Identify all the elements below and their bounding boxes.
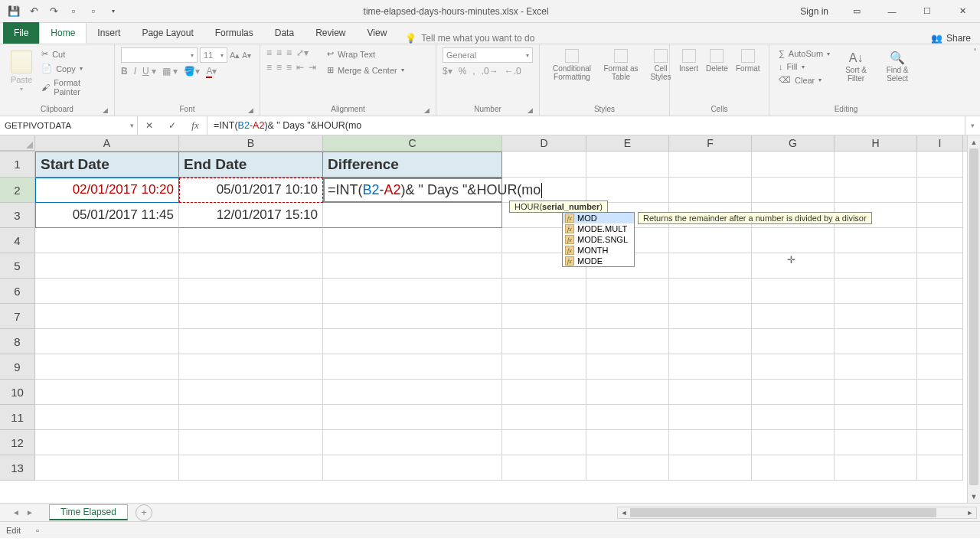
cell[interactable] xyxy=(323,329,502,354)
vertical-scrollbar[interactable]: ▲ ▼ xyxy=(967,135,980,503)
column-header-d[interactable]: D xyxy=(502,135,586,151)
cell[interactable] xyxy=(179,354,323,380)
select-all-corner[interactable] xyxy=(0,135,35,151)
cell[interactable] xyxy=(669,405,752,430)
cell[interactable] xyxy=(502,430,586,455)
shrink-font-icon[interactable]: A▾ xyxy=(242,51,251,60)
row-header-12[interactable]: 12 xyxy=(0,430,35,455)
cell[interactable] xyxy=(35,279,179,304)
cell[interactable] xyxy=(917,203,963,228)
share-button[interactable]: 👥 Share xyxy=(931,33,971,44)
find-select-button[interactable]: 🔍Find & Select xyxy=(879,47,916,86)
formula-input[interactable]: =INT(B2-A2)& " Days "&HOUR(mo xyxy=(207,116,965,135)
cell[interactable] xyxy=(35,228,179,253)
percent-format-icon[interactable]: % xyxy=(459,66,467,77)
cell[interactable] xyxy=(323,253,502,279)
increase-decimal-icon[interactable]: .0→ xyxy=(482,66,498,77)
cell[interactable] xyxy=(323,354,502,380)
clear-button[interactable]: ⌫Clear▾ xyxy=(776,73,833,86)
delete-cells-button[interactable]: Delete xyxy=(703,47,731,74)
scroll-right-icon[interactable]: ► xyxy=(964,509,976,517)
cell-a3[interactable]: 05/01/2017 11:45 xyxy=(35,203,179,228)
cell[interactable] xyxy=(35,329,179,354)
cell[interactable] xyxy=(179,228,323,253)
dialog-launcher-icon[interactable]: ◢ xyxy=(424,106,430,114)
cell[interactable] xyxy=(179,253,323,279)
column-header-f[interactable]: F xyxy=(669,135,752,151)
row-header-7[interactable]: 7 xyxy=(0,304,35,329)
row-header-2[interactable]: 2 xyxy=(0,178,35,203)
row-header-9[interactable]: 9 xyxy=(0,354,35,380)
cell[interactable] xyxy=(669,430,752,455)
dialog-launcher-icon[interactable]: ◢ xyxy=(103,106,108,114)
cell[interactable] xyxy=(502,405,586,430)
cell[interactable] xyxy=(586,354,669,380)
decrease-indent-icon[interactable]: ⇤ xyxy=(296,62,304,73)
cell[interactable] xyxy=(323,455,502,481)
cell[interactable] xyxy=(502,380,586,405)
cell[interactable] xyxy=(917,405,963,430)
column-header-h[interactable]: H xyxy=(835,135,917,151)
cell-a2[interactable]: 02/01/2017 10:20 xyxy=(35,178,179,203)
grow-font-icon[interactable]: A▴ xyxy=(230,51,240,60)
next-sheet-icon[interactable]: ► xyxy=(26,508,34,517)
ribbon-display-icon[interactable]: ▭ xyxy=(839,0,874,23)
autocomplete-item[interactable]: fxMODE.SNGL xyxy=(563,234,634,245)
cell[interactable] xyxy=(835,152,917,178)
border-button[interactable]: ▦ ▾ xyxy=(162,66,178,77)
fill-color-button[interactable]: 🪣▾ xyxy=(184,66,200,77)
cell[interactable] xyxy=(752,178,835,203)
scroll-down-icon[interactable]: ▼ xyxy=(968,490,980,503)
horizontal-scrollbar[interactable]: ◄ ► xyxy=(617,507,977,519)
cell[interactable] xyxy=(917,178,963,203)
cell[interactable] xyxy=(752,279,835,304)
cell[interactable] xyxy=(323,430,502,455)
cell[interactable] xyxy=(669,304,752,329)
dialog-launcher-icon[interactable]: ◢ xyxy=(528,106,533,114)
qat-icon[interactable]: ▫ xyxy=(84,2,103,21)
tab-home[interactable]: Home xyxy=(39,22,87,44)
orientation-icon[interactable]: ⤢▾ xyxy=(296,47,309,58)
cell[interactable] xyxy=(917,253,963,279)
align-right-icon[interactable]: ≡ xyxy=(286,62,292,73)
font-size-select[interactable]: 11▾ xyxy=(200,47,227,63)
insert-function-button[interactable]: fx xyxy=(184,119,207,132)
cell[interactable] xyxy=(917,455,963,481)
close-icon[interactable]: ✕ xyxy=(945,0,980,23)
minimize-icon[interactable]: — xyxy=(874,0,910,23)
dialog-launcher-icon[interactable]: ◢ xyxy=(248,106,253,114)
sheet-nav[interactable]: ◄► xyxy=(0,508,46,517)
column-header-g[interactable]: G xyxy=(752,135,835,151)
align-middle-icon[interactable]: ≡ xyxy=(276,47,282,58)
cell[interactable] xyxy=(502,455,586,481)
cell[interactable] xyxy=(35,354,179,380)
cell[interactable] xyxy=(752,329,835,354)
cell[interactable] xyxy=(917,380,963,405)
row-header-13[interactable]: 13 xyxy=(0,455,35,481)
cell[interactable] xyxy=(179,380,323,405)
cell[interactable] xyxy=(835,329,917,354)
scroll-left-icon[interactable]: ◄ xyxy=(618,509,630,517)
cell[interactable] xyxy=(752,152,835,178)
insert-cells-button[interactable]: Insert xyxy=(676,47,701,74)
tab-data[interactable]: Data xyxy=(264,22,305,44)
decrease-decimal-icon[interactable]: ←.0 xyxy=(505,66,521,77)
underline-button[interactable]: U ▾ xyxy=(142,66,156,77)
tab-file[interactable]: File xyxy=(3,22,39,44)
cell[interactable] xyxy=(502,304,586,329)
cell[interactable] xyxy=(586,380,669,405)
row-header-5[interactable]: 5 xyxy=(0,253,35,279)
prev-sheet-icon[interactable]: ◄ xyxy=(12,508,20,517)
conditional-formatting-button[interactable]: Conditional Formatting xyxy=(546,47,598,83)
scroll-thumb[interactable] xyxy=(969,148,978,485)
cell[interactable] xyxy=(835,405,917,430)
align-center-icon[interactable]: ≡ xyxy=(276,62,282,73)
cell[interactable] xyxy=(835,354,917,380)
cell[interactable] xyxy=(917,430,963,455)
cell[interactable] xyxy=(586,405,669,430)
column-header-b[interactable]: B xyxy=(179,135,323,151)
autosum-button[interactable]: ∑AutoSum▾ xyxy=(776,47,833,60)
cell[interactable] xyxy=(323,304,502,329)
cell[interactable] xyxy=(835,279,917,304)
scroll-up-icon[interactable]: ▲ xyxy=(968,135,980,148)
